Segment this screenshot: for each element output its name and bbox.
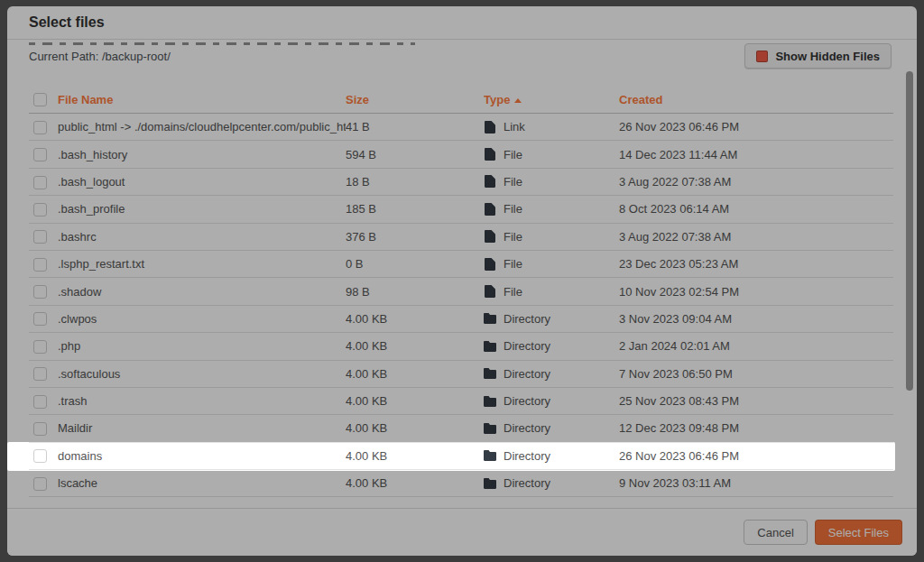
file-name: public_html -> ./domains/cloudhelpcenter… xyxy=(58,120,346,134)
file-created: 2 Jan 2024 02:01 AM xyxy=(619,339,893,353)
dialog-header: Select files xyxy=(7,6,917,40)
file-name: .shadow xyxy=(58,285,346,299)
show-hidden-files-label: Show Hidden Files xyxy=(775,50,880,63)
file-size: 594 B xyxy=(346,148,484,161)
row-checkbox[interactable] xyxy=(33,395,47,409)
table-header-row: File Name Size Type Created xyxy=(29,86,893,114)
row-checkbox[interactable] xyxy=(33,285,47,299)
column-header-created[interactable]: Created xyxy=(619,93,893,106)
file-size: 4.00 KB xyxy=(346,394,484,408)
row-checkbox[interactable] xyxy=(33,312,47,326)
file-icon xyxy=(484,121,496,134)
file-size: 98 B xyxy=(346,285,484,299)
file-created: 8 Oct 2023 06:14 AM xyxy=(619,202,893,216)
row-checkbox[interactable] xyxy=(33,230,47,244)
table-row[interactable]: .bash_profile 185 B File 8 Oct 2023 06:1… xyxy=(29,196,893,223)
file-created: 26 Nov 2023 06:46 PM xyxy=(619,120,893,134)
file-icon xyxy=(484,148,496,161)
row-checkbox[interactable] xyxy=(33,477,47,491)
select-all-checkbox[interactable] xyxy=(33,93,47,106)
file-created: 10 Nov 2023 02:54 PM xyxy=(619,285,893,299)
row-checkbox[interactable] xyxy=(33,176,47,189)
file-type-label: Link xyxy=(504,120,525,134)
file-size: 41 B xyxy=(346,120,484,134)
file-name: .bash_history xyxy=(58,148,346,161)
file-created: 25 Nov 2023 08:43 PM xyxy=(619,394,893,408)
folder-icon xyxy=(484,368,496,379)
file-type-label: File xyxy=(504,285,522,299)
cancel-button[interactable]: Cancel xyxy=(744,520,807,545)
file-size: 4.00 KB xyxy=(346,367,484,381)
path-toolbar: Current Path: /backup-root/ Show Hidden … xyxy=(7,41,917,70)
file-created: 9 Nov 2023 03:11 AM xyxy=(619,476,893,490)
file-icon xyxy=(484,203,496,216)
table-row[interactable]: .php 4.00 KB Directory 2 Jan 2024 02:01 … xyxy=(29,333,893,360)
table-row[interactable]: .bash_logout 18 B File 3 Aug 2022 07:38 … xyxy=(29,169,893,196)
file-size: 4.00 KB xyxy=(346,339,484,353)
table-row[interactable]: .clwpos 4.00 KB Directory 3 Nov 2023 09:… xyxy=(29,306,893,333)
show-hidden-files-button[interactable]: Show Hidden Files xyxy=(744,43,892,69)
file-name: .bash_profile xyxy=(58,202,346,216)
table-row[interactable]: .bashrc 376 B File 3 Aug 2022 07:38 AM xyxy=(29,224,893,251)
row-checkbox[interactable] xyxy=(33,449,47,463)
file-created: 3 Aug 2022 07:38 AM xyxy=(619,175,893,189)
dialog-title: Select files xyxy=(29,14,105,31)
file-type-label: Directory xyxy=(504,367,550,381)
file-size: 18 B xyxy=(346,175,484,189)
column-header-file-name[interactable]: File Name xyxy=(58,93,346,106)
folder-icon xyxy=(484,423,496,434)
file-created: 14 Dec 2023 11:44 AM xyxy=(619,148,893,161)
row-checkbox[interactable] xyxy=(33,367,47,381)
table-body: public_html -> ./domains/cloudhelpcenter… xyxy=(29,114,893,497)
table-row[interactable]: lscache 4.00 KB Directory 9 Nov 2023 03:… xyxy=(29,470,893,497)
select-files-button[interactable]: Select Files xyxy=(815,520,902,545)
table-row[interactable]: domains 4.00 KB Directory 26 Nov 2023 06… xyxy=(29,443,893,470)
file-created: 3 Aug 2022 07:38 AM xyxy=(619,230,893,244)
row-checkbox[interactable] xyxy=(33,422,47,436)
table-row[interactable]: Maildir 4.00 KB Directory 12 Dec 2023 09… xyxy=(29,415,893,442)
file-type-label: Directory xyxy=(504,421,550,435)
file-size: 4.00 KB xyxy=(346,449,484,463)
file-name: .clwpos xyxy=(58,312,346,326)
hidden-files-checked-checkbox-icon xyxy=(756,51,768,62)
file-size: 185 B xyxy=(346,202,484,216)
folder-icon xyxy=(484,450,496,461)
file-name: .trash xyxy=(58,394,346,408)
folder-icon xyxy=(484,396,496,407)
column-header-size[interactable]: Size xyxy=(346,93,484,106)
folder-icon xyxy=(484,341,496,352)
file-created: 26 Nov 2023 06:46 PM xyxy=(619,449,893,463)
files-table: File Name Size Type Created public_html … xyxy=(29,86,893,497)
table-row[interactable]: .shadow 98 B File 10 Nov 2023 02:54 PM xyxy=(29,278,893,305)
table-row[interactable]: .softaculous 4.00 KB Directory 7 Nov 202… xyxy=(29,361,893,388)
file-icon xyxy=(484,258,496,271)
file-created: 3 Nov 2023 09:04 AM xyxy=(619,312,893,326)
file-created: 12 Dec 2023 09:48 PM xyxy=(619,421,893,435)
row-checkbox[interactable] xyxy=(33,258,47,272)
row-checkbox[interactable] xyxy=(33,203,47,217)
file-type-label: Directory xyxy=(504,476,550,490)
table-row[interactable]: public_html -> ./domains/cloudhelpcenter… xyxy=(29,114,893,141)
sort-ascending-icon xyxy=(514,98,522,103)
row-checkbox[interactable] xyxy=(33,121,47,134)
file-name: Maildir xyxy=(58,421,346,435)
select-files-dialog: Select files Current Path: /backup-root/… xyxy=(7,6,917,556)
row-checkbox[interactable] xyxy=(33,148,47,161)
file-type-label: File xyxy=(504,148,522,161)
table-row[interactable]: .bash_history 594 B File 14 Dec 2023 11:… xyxy=(29,141,893,168)
file-type-label: Directory xyxy=(504,339,550,353)
table-row[interactable]: .lsphp_restart.txt 0 B File 23 Dec 2023 … xyxy=(29,251,893,278)
row-checkbox[interactable] xyxy=(33,340,47,354)
file-created: 7 Nov 2023 06:50 PM xyxy=(619,367,893,381)
file-name: lscache xyxy=(58,476,346,490)
file-type-label: Directory xyxy=(504,449,550,463)
file-type-label: File xyxy=(504,257,522,271)
table-row[interactable]: .trash 4.00 KB Directory 25 Nov 2023 08:… xyxy=(29,388,893,415)
scrollbar-thumb[interactable] xyxy=(906,71,913,391)
file-type-label: Directory xyxy=(504,394,550,408)
file-type-label: Directory xyxy=(504,312,550,326)
column-header-type[interactable]: Type xyxy=(484,93,619,106)
current-path-label: Current Path: /backup-root/ xyxy=(29,50,171,63)
file-icon xyxy=(484,230,496,243)
file-name: domains xyxy=(58,449,346,463)
